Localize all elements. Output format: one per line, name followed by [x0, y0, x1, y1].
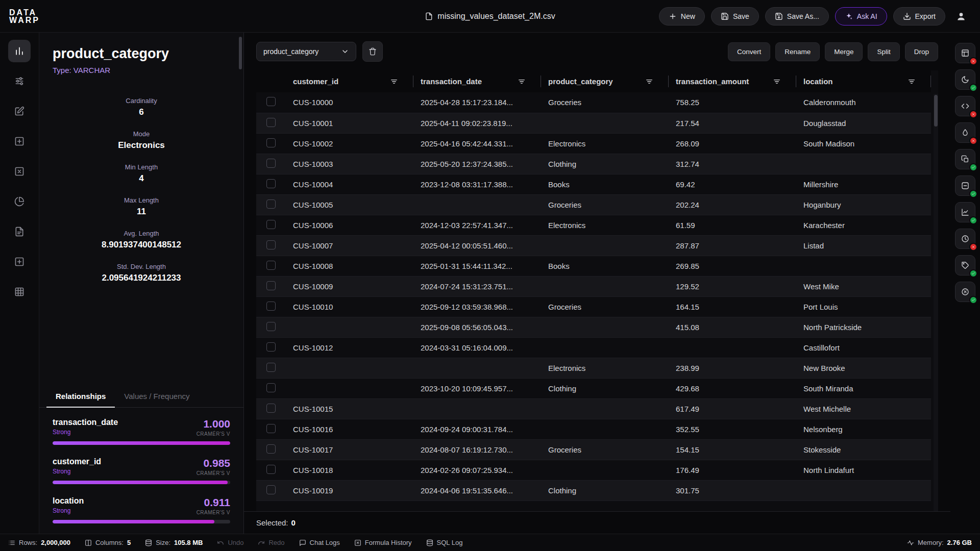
- table-cell: 617.49: [669, 398, 796, 419]
- undo-button[interactable]: Undo: [217, 539, 243, 546]
- droplet-button[interactable]: [955, 122, 975, 143]
- filter-icon[interactable]: [518, 78, 526, 86]
- convert-button[interactable]: Convert: [728, 42, 770, 61]
- relationships-scrollbar[interactable]: [239, 37, 242, 69]
- export-button[interactable]: Export: [893, 7, 945, 26]
- row-checkbox[interactable]: [266, 342, 276, 352]
- left-rail-x-square-button[interactable]: [8, 160, 31, 183]
- row-checkbox[interactable]: [266, 159, 276, 168]
- delete-column-button[interactable]: [362, 41, 383, 62]
- table-cell: 429.68: [669, 378, 796, 398]
- split-button[interactable]: Split: [868, 42, 899, 61]
- tab-relationships[interactable]: Relationships: [46, 386, 115, 408]
- redo-button[interactable]: Redo: [258, 539, 284, 546]
- minus-square-button[interactable]: [955, 176, 975, 196]
- column-header-transaction_date[interactable]: transaction_date: [413, 70, 541, 92]
- column-select[interactable]: product_category: [256, 42, 356, 61]
- memory-label: Memory:: [918, 539, 944, 546]
- table-scrollbar-thumb[interactable]: [934, 95, 938, 127]
- table-cell: 2025-04-11 09:02:23.819...: [413, 113, 541, 133]
- relationship-item[interactable]: locationStrong0.911CRAMÉR'S V: [53, 489, 230, 529]
- left-rail-bar-chart-button[interactable]: [8, 40, 31, 62]
- stat-label: Avg. Length: [53, 230, 230, 237]
- table-scrollbar[interactable]: [934, 94, 938, 511]
- relationship-item[interactable]: transaction_dateStrong1.000CRAMÉR'S V: [53, 411, 230, 450]
- tag-button[interactable]: [955, 255, 975, 276]
- clock-button[interactable]: [955, 229, 975, 249]
- relationship-strength: Strong: [53, 429, 118, 436]
- x-circle-button[interactable]: [955, 282, 975, 302]
- chat-logs-button[interactable]: Chat Logs: [299, 539, 340, 546]
- save-button[interactable]: Save: [711, 7, 759, 26]
- row-checkbox[interactable]: [266, 465, 276, 474]
- row-checkbox[interactable]: [266, 485, 276, 494]
- column-header-inner: customer_id: [293, 77, 406, 86]
- row-checkbox[interactable]: [266, 199, 276, 209]
- table-cell: 154.15: [669, 439, 796, 460]
- code-button[interactable]: [955, 96, 975, 116]
- left-rail-grid-button[interactable]: [8, 281, 31, 303]
- top-bar: DATA WARP missing_values_dataset_2M.csv …: [0, 0, 980, 33]
- row-checkbox[interactable]: [266, 281, 276, 290]
- formula-history-button[interactable]: Formula History: [354, 539, 412, 546]
- table-cell: South Miranda: [796, 378, 931, 398]
- table-cell: CUS-10008: [286, 256, 413, 276]
- check-badge: [969, 216, 977, 224]
- table-cell: CUS-10018: [286, 460, 413, 480]
- relationship-item[interactable]: customer_idStrong0.985CRAMÉR'S V: [53, 450, 230, 489]
- table-cell: 176.49: [669, 460, 796, 480]
- table-cell: Clothing: [541, 154, 669, 174]
- table-cell: Karachester: [796, 215, 931, 235]
- table-cell: CUS-10019: [286, 480, 413, 500]
- user-avatar-button[interactable]: [951, 7, 971, 26]
- row-checkbox[interactable]: [266, 363, 276, 372]
- sql-log-button[interactable]: SQL Log: [426, 539, 463, 546]
- drop-button[interactable]: Drop: [905, 42, 938, 61]
- left-rail-sliders-button[interactable]: [8, 70, 31, 92]
- sql-log-label: SQL Log: [437, 539, 463, 546]
- left-rail-plus-square-2-button[interactable]: [8, 251, 31, 273]
- left-rail-plus-square-button[interactable]: [8, 130, 31, 153]
- row-checkbox[interactable]: [266, 118, 276, 127]
- row-checkbox[interactable]: [266, 220, 276, 229]
- column-header-location[interactable]: location: [796, 70, 931, 92]
- row-checkbox[interactable]: [266, 240, 276, 249]
- moon-button[interactable]: [955, 69, 975, 90]
- trend-icon: [961, 208, 969, 216]
- row-checkbox[interactable]: [266, 404, 276, 413]
- column-header-customer_id[interactable]: customer_id: [286, 70, 413, 92]
- table-cell: 2023-10-20 10:09:45.957...: [413, 378, 541, 398]
- merge-button[interactable]: Merge: [825, 42, 863, 61]
- ask-ai-button[interactable]: Ask AI: [835, 7, 887, 26]
- row-checkbox[interactable]: [266, 179, 276, 188]
- row-checkbox[interactable]: [266, 138, 276, 147]
- column-header-transaction_amount[interactable]: transaction_amount: [669, 70, 796, 92]
- row-checkbox[interactable]: [266, 383, 276, 392]
- check-badge: [969, 190, 977, 198]
- filter-icon[interactable]: [390, 78, 398, 86]
- left-rail-edit-button[interactable]: [8, 100, 31, 122]
- row-checkbox[interactable]: [266, 261, 276, 270]
- filter-icon[interactable]: [908, 78, 916, 86]
- row-checkbox[interactable]: [266, 97, 276, 106]
- filter-icon[interactable]: [645, 78, 653, 86]
- save-as-button[interactable]: Save As...: [765, 7, 829, 26]
- filter-icon[interactable]: [773, 78, 781, 86]
- column-header-label: product_category: [548, 77, 613, 86]
- left-rail-file-text-button[interactable]: [8, 220, 31, 243]
- row-checkbox[interactable]: [266, 424, 276, 433]
- window-button[interactable]: [955, 43, 975, 63]
- row-checkbox[interactable]: [266, 444, 276, 454]
- row-checkbox[interactable]: [266, 322, 276, 331]
- trend-button[interactable]: [955, 202, 975, 222]
- row-checkbox[interactable]: [266, 302, 276, 311]
- rename-button[interactable]: Rename: [775, 42, 820, 61]
- column-header-product_category[interactable]: product_category: [541, 70, 669, 92]
- copy-button[interactable]: [955, 149, 975, 169]
- new-button[interactable]: New: [659, 7, 705, 26]
- left-rail-pie-chart-button[interactable]: [8, 190, 31, 213]
- table-cell: 2025-01-31 15:44:11.342...: [413, 256, 541, 276]
- tab-values-frequency[interactable]: Values / Frequency: [115, 386, 199, 408]
- selected-label: Selected:: [256, 518, 288, 527]
- column-header-inner: product_category: [548, 77, 662, 86]
